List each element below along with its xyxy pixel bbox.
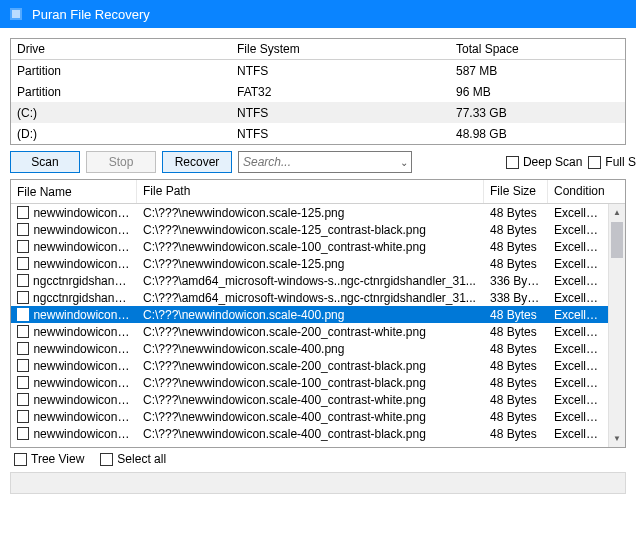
file-row[interactable]: newwindowicon.s...C:\???\newwindowicon.s… (11, 204, 625, 221)
row-checkbox[interactable] (17, 274, 29, 287)
file-row[interactable]: newwindowicon.s...C:\???\newwindowicon.s… (11, 340, 625, 357)
file-row[interactable]: newwindowicon.s...C:\???\newwindowicon.s… (11, 391, 625, 408)
checkbox-icon[interactable] (14, 453, 27, 466)
row-checkbox[interactable] (17, 206, 29, 219)
filesize-cell: 48 Bytes (484, 410, 548, 424)
scroll-up-icon[interactable]: ▲ (609, 204, 625, 221)
chevron-down-icon[interactable]: ⌄ (396, 157, 411, 168)
filename-cell: newwindowicon.s... (33, 342, 131, 356)
row-checkbox[interactable] (17, 291, 29, 304)
row-checkbox[interactable] (17, 240, 29, 253)
file-row[interactable]: newwindowicon.s...C:\???\newwindowicon.s… (11, 238, 625, 255)
checkbox-icon[interactable] (506, 156, 519, 169)
scroll-thumb[interactable] (611, 222, 623, 258)
drive-row[interactable]: (D:)NTFS48.98 GB (11, 123, 625, 144)
scroll-down-icon[interactable]: ▼ (609, 430, 625, 447)
space-cell: 587 MB (450, 62, 625, 80)
file-row[interactable]: newwindowicon.s...C:\???\newwindowicon.s… (11, 357, 625, 374)
search-input[interactable] (239, 153, 396, 171)
filepath-cell: C:\???\newwindowicon.scale-400.png (137, 342, 484, 356)
row-checkbox[interactable] (17, 393, 29, 406)
col-drive-header[interactable]: Drive (11, 39, 231, 59)
file-row[interactable]: newwindowicon.s...C:\???\newwindowicon.s… (11, 425, 625, 442)
condition-cell: Excellent (548, 410, 606, 424)
row-checkbox[interactable] (17, 308, 29, 321)
file-row[interactable]: newwindowicon.s...C:\???\newwindowicon.s… (11, 323, 625, 340)
col-condition-header[interactable]: Condition (548, 180, 606, 203)
file-row[interactable]: ngcctnrgidshandle...C:\???\amd64_microso… (11, 289, 625, 306)
filename-cell: newwindowicon.s... (33, 359, 131, 373)
col-filepath-header[interactable]: File Path (137, 180, 484, 203)
file-list-header: File Name File Path File Size Condition (11, 180, 625, 204)
file-row[interactable]: newwindowicon.s...C:\???\newwindowicon.s… (11, 255, 625, 272)
drive-row[interactable]: (C:)NTFS77.33 GB (11, 102, 625, 123)
scrollbar-vertical[interactable]: ▲ ▼ (608, 204, 625, 447)
filesize-cell: 336 Bytes (484, 274, 548, 288)
col-filename-header[interactable]: File Name (11, 180, 137, 203)
filename-cell: newwindowicon.s... (33, 206, 131, 220)
row-checkbox[interactable] (17, 410, 29, 423)
drive-row[interactable]: PartitionFAT3296 MB (11, 81, 625, 102)
filesize-cell: 48 Bytes (484, 223, 548, 237)
filepath-cell: C:\???\newwindowicon.scale-100_contrast-… (137, 376, 484, 390)
file-row[interactable]: newwindowicon.s...C:\???\newwindowicon.s… (11, 221, 625, 238)
condition-cell: Excellent (548, 325, 606, 339)
file-row[interactable]: ngcctnrgidshandle...C:\???\amd64_microso… (11, 272, 625, 289)
filesize-cell: 48 Bytes (484, 325, 548, 339)
select-all-label: Select all (117, 452, 166, 466)
file-list: File Name File Path File Size Condition … (10, 179, 626, 448)
space-cell: 48.98 GB (450, 125, 625, 143)
row-checkbox[interactable] (17, 427, 29, 440)
row-checkbox[interactable] (17, 325, 29, 338)
row-checkbox[interactable] (17, 223, 29, 236)
col-fs-header[interactable]: File System (231, 39, 450, 59)
filesize-cell: 48 Bytes (484, 206, 548, 220)
filepath-cell: C:\???\newwindowicon.scale-200_contrast-… (137, 325, 484, 339)
deep-scan-checkbox[interactable]: Deep Scan (506, 155, 582, 169)
select-all-checkbox[interactable]: Select all (100, 452, 166, 466)
drive-list: Drive File System Total Space PartitionN… (10, 38, 626, 145)
row-checkbox[interactable] (17, 376, 29, 389)
row-checkbox[interactable] (17, 257, 29, 270)
tree-view-label: Tree View (31, 452, 84, 466)
checkbox-icon[interactable] (588, 156, 601, 169)
status-bar (10, 472, 626, 494)
scan-button[interactable]: Scan (10, 151, 80, 173)
row-checkbox[interactable] (17, 342, 29, 355)
drive-cell: (D:) (11, 125, 231, 143)
filepath-cell: C:\???\newwindowicon.scale-400_contrast-… (137, 393, 484, 407)
full-scan-label: Full S (605, 155, 636, 169)
filesize-cell: 338 Bytes (484, 291, 548, 305)
app-icon (8, 6, 24, 22)
filename-cell: ngcctnrgidshandle... (33, 274, 131, 288)
drive-row[interactable]: PartitionNTFS587 MB (11, 60, 625, 81)
recover-button[interactable]: Recover (162, 151, 232, 173)
filesize-cell: 48 Bytes (484, 427, 548, 441)
row-checkbox[interactable] (17, 359, 29, 372)
drive-list-header: Drive File System Total Space (11, 39, 625, 60)
file-row[interactable]: newwindowicon.s...C:\???\newwindowicon.s… (11, 374, 625, 391)
search-combo[interactable]: ⌄ (238, 151, 412, 173)
checkbox-icon[interactable] (100, 453, 113, 466)
full-scan-checkbox[interactable]: Full S (588, 155, 636, 169)
filepath-cell: C:\???\newwindowicon.scale-400_contrast-… (137, 427, 484, 441)
filesize-cell: 48 Bytes (484, 308, 548, 322)
col-space-header[interactable]: Total Space (450, 39, 625, 59)
deep-scan-label: Deep Scan (523, 155, 582, 169)
filepath-cell: C:\???\newwindowicon.scale-200_contrast-… (137, 359, 484, 373)
filename-cell: newwindowicon.s... (33, 427, 131, 441)
condition-cell: Excellent (548, 291, 606, 305)
filename-cell: ngcctnrgidshandle... (33, 291, 131, 305)
filesize-cell: 48 Bytes (484, 359, 548, 373)
file-row[interactable]: newwindowicon.s...C:\???\newwindowicon.s… (11, 306, 625, 323)
filename-cell: newwindowicon.s... (33, 393, 131, 407)
filesize-cell: 48 Bytes (484, 342, 548, 356)
drive-row[interactable]: CCCOMA_X64FRE_NL-NL_DV9 (E:)UDF4.65 GB (11, 144, 625, 145)
file-row[interactable]: newwindowicon.s...C:\???\newwindowicon.s… (11, 408, 625, 425)
filesize-cell: 48 Bytes (484, 376, 548, 390)
tree-view-checkbox[interactable]: Tree View (14, 452, 84, 466)
drive-cell: Partition (11, 83, 231, 101)
col-filesize-header[interactable]: File Size (484, 180, 548, 203)
filesize-cell: 48 Bytes (484, 393, 548, 407)
titlebar: Puran File Recovery (0, 0, 636, 28)
